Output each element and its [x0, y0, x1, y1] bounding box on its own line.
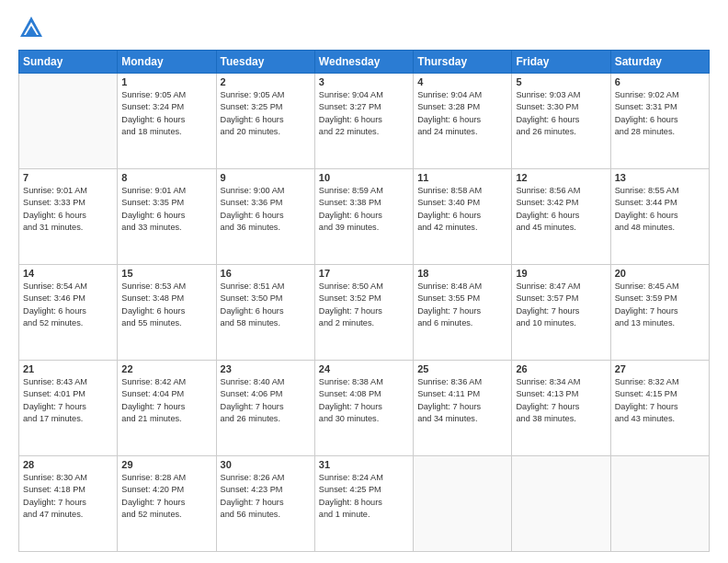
weekday-header-row: SundayMondayTuesdayWednesdayThursdayFrid…: [19, 51, 710, 74]
calendar-cell: 4Sunrise: 9:04 AMSunset: 3:28 PMDaylight…: [414, 74, 512, 169]
day-info: Sunrise: 9:03 AMSunset: 3:30 PMDaylight:…: [516, 89, 606, 138]
calendar-cell: [512, 456, 610, 552]
day-info: Sunrise: 9:05 AMSunset: 3:24 PMDaylight:…: [121, 89, 211, 138]
day-info: Sunrise: 9:04 AMSunset: 3:27 PMDaylight:…: [319, 89, 409, 138]
calendar-cell: 25Sunrise: 8:36 AMSunset: 4:11 PMDayligh…: [414, 361, 512, 456]
day-info: Sunrise: 8:36 AMSunset: 4:11 PMDaylight:…: [417, 376, 507, 425]
calendar-cell: 10Sunrise: 8:59 AMSunset: 3:38 PMDayligh…: [314, 169, 413, 265]
calendar-cell: 21Sunrise: 8:43 AMSunset: 4:01 PMDayligh…: [19, 361, 118, 456]
day-info: Sunrise: 9:01 AMSunset: 3:33 PMDaylight:…: [23, 185, 113, 234]
day-number: 16: [221, 268, 311, 279]
day-number: 2: [221, 76, 311, 87]
day-info: Sunrise: 8:47 AMSunset: 3:57 PMDaylight:…: [516, 281, 606, 329]
calendar-cell: 9Sunrise: 9:00 AMSunset: 3:36 PMDaylight…: [216, 169, 314, 265]
weekday-header-tuesday: Tuesday: [216, 51, 314, 74]
day-info: Sunrise: 9:01 AMSunset: 3:35 PMDaylight:…: [121, 185, 211, 234]
calendar-cell: 3Sunrise: 9:04 AMSunset: 3:27 PMDaylight…: [314, 74, 413, 169]
day-number: 6: [615, 76, 705, 87]
day-number: 13: [615, 172, 705, 183]
calendar-cell: 24Sunrise: 8:38 AMSunset: 4:08 PMDayligh…: [314, 361, 413, 456]
calendar-cell: 22Sunrise: 8:42 AMSunset: 4:04 PMDayligh…: [118, 361, 216, 456]
day-number: 3: [319, 76, 409, 87]
day-info: Sunrise: 8:26 AMSunset: 4:23 PMDaylight:…: [221, 472, 311, 521]
day-number: 4: [417, 76, 507, 87]
calendar-week-row: 1Sunrise: 9:05 AMSunset: 3:24 PMDaylight…: [19, 74, 710, 169]
calendar-cell: 13Sunrise: 8:55 AMSunset: 3:44 PMDayligh…: [610, 169, 709, 265]
calendar-cell: 17Sunrise: 8:50 AMSunset: 3:52 PMDayligh…: [314, 265, 413, 361]
day-number: 17: [319, 268, 409, 279]
day-info: Sunrise: 8:55 AMSunset: 3:44 PMDaylight:…: [615, 185, 705, 234]
day-info: Sunrise: 9:05 AMSunset: 3:25 PMDaylight:…: [221, 89, 311, 138]
calendar-cell: 5Sunrise: 9:03 AMSunset: 3:30 PMDaylight…: [512, 74, 610, 169]
calendar-cell: [610, 456, 709, 552]
day-number: 11: [417, 172, 507, 183]
day-number: 7: [23, 172, 113, 183]
day-info: Sunrise: 8:50 AMSunset: 3:52 PMDaylight:…: [319, 281, 409, 329]
day-number: 29: [121, 459, 211, 470]
day-number: 31: [319, 459, 409, 470]
day-number: 18: [417, 268, 507, 279]
calendar-cell: 29Sunrise: 8:28 AMSunset: 4:20 PMDayligh…: [118, 456, 216, 552]
day-info: Sunrise: 8:34 AMSunset: 4:13 PMDaylight:…: [516, 376, 606, 425]
day-number: 9: [221, 172, 311, 183]
calendar-cell: [414, 456, 512, 552]
calendar-cell: 16Sunrise: 8:51 AMSunset: 3:50 PMDayligh…: [216, 265, 314, 361]
day-number: 15: [121, 268, 211, 279]
calendar-cell: 20Sunrise: 8:45 AMSunset: 3:59 PMDayligh…: [610, 265, 709, 361]
calendar-cell: 7Sunrise: 9:01 AMSunset: 3:33 PMDaylight…: [19, 169, 118, 265]
calendar-cell: 2Sunrise: 9:05 AMSunset: 3:25 PMDaylight…: [216, 74, 314, 169]
day-info: Sunrise: 8:28 AMSunset: 4:20 PMDaylight:…: [121, 472, 211, 521]
calendar-week-row: 14Sunrise: 8:54 AMSunset: 3:46 PMDayligh…: [19, 265, 710, 361]
logo-icon: [18, 15, 44, 40]
day-info: Sunrise: 9:02 AMSunset: 3:31 PMDaylight:…: [615, 89, 705, 138]
day-info: Sunrise: 8:51 AMSunset: 3:50 PMDaylight:…: [221, 281, 311, 329]
logo: [18, 15, 48, 40]
calendar-table: SundayMondayTuesdayWednesdayThursdayFrid…: [18, 50, 710, 552]
weekday-header-saturday: Saturday: [610, 51, 709, 74]
calendar-cell: 26Sunrise: 8:34 AMSunset: 4:13 PMDayligh…: [512, 361, 610, 456]
calendar-cell: 15Sunrise: 8:53 AMSunset: 3:48 PMDayligh…: [118, 265, 216, 361]
calendar-cell: 23Sunrise: 8:40 AMSunset: 4:06 PMDayligh…: [216, 361, 314, 456]
day-info: Sunrise: 8:59 AMSunset: 3:38 PMDaylight:…: [319, 185, 409, 234]
calendar-cell: 30Sunrise: 8:26 AMSunset: 4:23 PMDayligh…: [216, 456, 314, 552]
day-info: Sunrise: 8:43 AMSunset: 4:01 PMDaylight:…: [23, 376, 113, 425]
calendar-cell: 1Sunrise: 9:05 AMSunset: 3:24 PMDaylight…: [118, 74, 216, 169]
day-number: 5: [516, 76, 606, 87]
day-number: 27: [615, 363, 705, 374]
day-info: Sunrise: 9:04 AMSunset: 3:28 PMDaylight:…: [417, 89, 507, 138]
page: SundayMondayTuesdayWednesdayThursdayFrid…: [0, 0, 728, 563]
day-number: 19: [516, 268, 606, 279]
calendar-cell: 28Sunrise: 8:30 AMSunset: 4:18 PMDayligh…: [19, 456, 118, 552]
weekday-header-sunday: Sunday: [19, 51, 118, 74]
day-number: 26: [516, 363, 606, 374]
day-number: 20: [615, 268, 705, 279]
day-number: 8: [121, 172, 211, 183]
day-number: 28: [23, 459, 113, 470]
day-number: 12: [516, 172, 606, 183]
weekday-header-wednesday: Wednesday: [314, 51, 413, 74]
day-number: 14: [23, 268, 113, 279]
weekday-header-monday: Monday: [118, 51, 216, 74]
day-info: Sunrise: 8:58 AMSunset: 3:40 PMDaylight:…: [417, 185, 507, 234]
weekday-header-friday: Friday: [512, 51, 610, 74]
calendar-cell: 31Sunrise: 8:24 AMSunset: 4:25 PMDayligh…: [314, 456, 413, 552]
header: [18, 15, 710, 40]
day-number: 24: [319, 363, 409, 374]
calendar-week-row: 28Sunrise: 8:30 AMSunset: 4:18 PMDayligh…: [19, 456, 710, 552]
day-info: Sunrise: 8:30 AMSunset: 4:18 PMDaylight:…: [23, 472, 113, 521]
calendar-cell: 8Sunrise: 9:01 AMSunset: 3:35 PMDaylight…: [118, 169, 216, 265]
day-number: 10: [319, 172, 409, 183]
calendar-cell: 6Sunrise: 9:02 AMSunset: 3:31 PMDaylight…: [610, 74, 709, 169]
calendar-cell: 14Sunrise: 8:54 AMSunset: 3:46 PMDayligh…: [19, 265, 118, 361]
calendar-cell: 27Sunrise: 8:32 AMSunset: 4:15 PMDayligh…: [610, 361, 709, 456]
calendar-cell: 11Sunrise: 8:58 AMSunset: 3:40 PMDayligh…: [414, 169, 512, 265]
calendar-cell: 18Sunrise: 8:48 AMSunset: 3:55 PMDayligh…: [414, 265, 512, 361]
day-info: Sunrise: 8:45 AMSunset: 3:59 PMDaylight:…: [615, 281, 705, 329]
day-info: Sunrise: 8:54 AMSunset: 3:46 PMDaylight:…: [23, 281, 113, 329]
day-number: 22: [121, 363, 211, 374]
calendar-cell: 19Sunrise: 8:47 AMSunset: 3:57 PMDayligh…: [512, 265, 610, 361]
day-info: Sunrise: 8:24 AMSunset: 4:25 PMDaylight:…: [319, 472, 409, 521]
day-info: Sunrise: 8:40 AMSunset: 4:06 PMDaylight:…: [221, 376, 311, 425]
calendar-cell: [19, 74, 118, 169]
day-number: 25: [417, 363, 507, 374]
